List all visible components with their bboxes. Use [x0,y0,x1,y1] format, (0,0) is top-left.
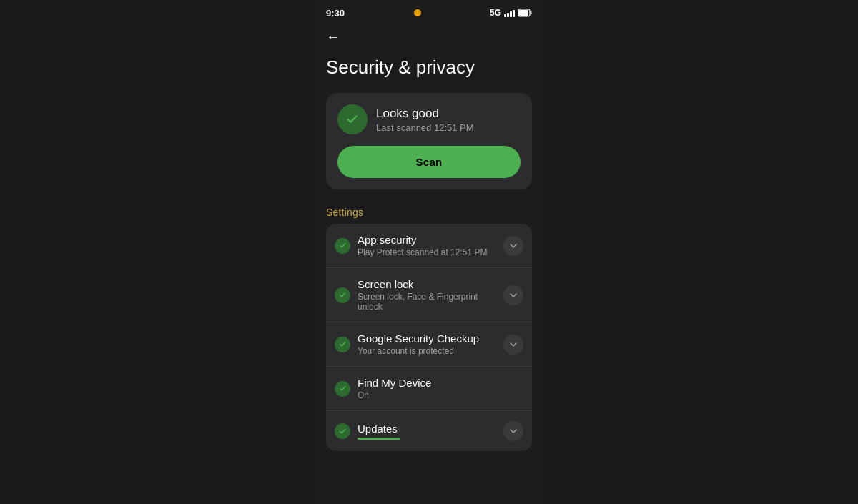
settings-item-screen-lock[interactable]: Screen lock Screen lock, Face & Fingerpr… [326,268,532,322]
chevron-down-icon [509,340,518,349]
screen-lock-chevron [503,285,523,305]
updates-title: Updates [358,423,496,435]
main-content: Security & privacy Looks good Last scann… [315,51,543,504]
network-label: 5G [490,8,501,18]
scan-button[interactable]: Scan [337,146,521,178]
checkmark-icon [345,112,360,127]
check-icon [338,384,347,393]
battery-icon [518,9,532,17]
find-device-text: Find My Device On [358,377,523,400]
chevron-down-icon [509,427,518,435]
check-icon [338,427,347,436]
svg-rect-2 [530,11,531,14]
updates-chevron [503,421,523,441]
google-security-title: Google Security Checkup [358,332,496,345]
google-security-check [335,337,350,352]
find-device-subtitle: On [358,390,523,400]
settings-section-label: Settings [326,207,532,218]
screen-lock-title: Screen lock [358,278,496,290]
svg-rect-1 [518,10,528,16]
signal-icon [504,9,515,17]
status-icons: 5G [490,8,532,18]
screen-lock-check [335,287,350,303]
status-time: 9:30 [326,8,345,19]
settings-item-find-device[interactable]: Find My Device On [326,367,532,411]
status-subtitle: Last scanned 12:51 PM [376,122,474,133]
screen-lock-subtitle: Screen lock, Face & Fingerprint unlock [358,292,496,312]
google-security-chevron [503,335,523,355]
app-security-check [335,238,350,254]
app-security-chevron [503,236,523,256]
app-security-text: App security Play Protect scanned at 12:… [358,234,496,257]
status-check-circle [337,104,368,134]
updates-text: Updates [358,423,496,440]
chevron-down-icon [509,242,518,250]
check-icon [338,290,347,300]
chevron-down-icon [509,291,518,300]
check-icon [338,241,347,250]
back-button[interactable]: ← [315,23,543,51]
status-text: Looks good Last scanned 12:51 PM [376,107,474,133]
settings-item-updates[interactable]: Updates [326,411,532,451]
status-bar: 9:30 5G [315,0,543,23]
google-security-subtitle: Your account is protected [358,346,496,356]
status-title: Looks good [376,107,474,121]
security-status: Looks good Last scanned 12:51 PM [337,104,521,134]
find-device-check [335,381,350,397]
camera-indicator [414,9,421,16]
settings-list: App security Play Protect scanned at 12:… [326,224,532,451]
security-card: Looks good Last scanned 12:51 PM Scan [326,93,532,189]
google-security-text: Google Security Checkup Your account is … [358,332,496,356]
updates-check [335,423,350,439]
page-title: Security & privacy [326,56,532,79]
screen-lock-text: Screen lock Screen lock, Face & Fingerpr… [358,278,496,312]
app-security-title: App security [358,234,496,246]
app-security-subtitle: Play Protect scanned at 12:51 PM [358,247,496,257]
check-icon [338,340,347,349]
back-arrow-icon: ← [326,29,340,44]
find-device-title: Find My Device [358,377,523,389]
phone-screen: 9:30 5G ← Security & privacy [315,0,543,504]
settings-item-google-security[interactable]: Google Security Checkup Your account is … [326,322,532,367]
updates-progress-bar [358,438,400,440]
settings-item-app-security[interactable]: App security Play Protect scanned at 12:… [326,224,532,268]
